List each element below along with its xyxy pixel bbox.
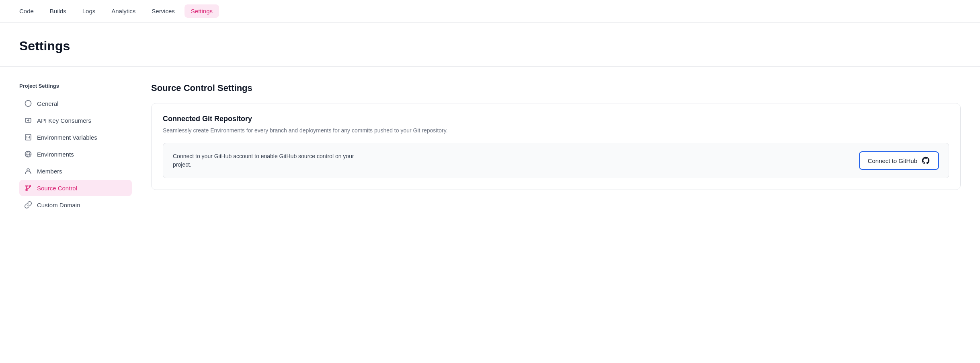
page-header: Settings (0, 23, 980, 67)
sidebar-item-label: Custom Domain (37, 202, 80, 208)
svg-point-13 (29, 185, 31, 187)
nav-item-code[interactable]: Code (13, 4, 40, 18)
sidebar-item-label: Source Control (37, 185, 77, 192)
svg-point-11 (27, 169, 29, 171)
nav-item-services[interactable]: Services (145, 4, 181, 18)
sidebar-item-api-key-consumers[interactable]: API Key Consumers (19, 112, 132, 128)
svg-point-12 (26, 185, 27, 187)
sidebar: Project Settings General API Key Consume… (19, 83, 132, 214)
sidebar-item-custom-domain[interactable]: Custom Domain (19, 197, 132, 213)
link-icon (24, 201, 32, 209)
top-nav: Code Builds Logs Analytics Services Sett… (0, 0, 980, 23)
connect-text: Connect to your GitHub account to enable… (173, 152, 366, 169)
key-icon (24, 116, 32, 124)
section-title: Source Control Settings (151, 83, 961, 93)
git-repository-card: Connected Git Repository Seamlessly crea… (151, 103, 961, 190)
connect-to-github-button[interactable]: Connect to GitHub (859, 151, 939, 170)
person-icon (24, 167, 32, 175)
circle-icon (24, 99, 32, 107)
sidebar-item-label: API Key Consumers (37, 117, 91, 124)
nav-item-logs[interactable]: Logs (76, 4, 102, 18)
globe-icon (24, 150, 32, 158)
sidebar-item-label: General (37, 100, 58, 107)
card-description: Seamlessly create Environments for every… (163, 126, 949, 135)
nav-item-settings[interactable]: Settings (185, 4, 219, 18)
content-area: Project Settings General API Key Consume… (0, 67, 980, 230)
connect-row: Connect to your GitHub account to enable… (163, 143, 949, 178)
github-icon (921, 156, 930, 165)
branch-icon (24, 184, 32, 192)
sidebar-item-label: Environment Variables (37, 134, 97, 141)
connect-button-label: Connect to GitHub (868, 157, 917, 164)
sidebar-item-label: Members (37, 168, 62, 175)
page-title: Settings (19, 39, 961, 54)
brackets-icon (24, 133, 32, 141)
sidebar-item-environment-variables[interactable]: Environment Variables (19, 129, 132, 145)
sidebar-item-members[interactable]: Members (19, 163, 132, 179)
nav-item-builds[interactable]: Builds (43, 4, 73, 18)
svg-point-0 (25, 101, 31, 107)
nav-item-analytics[interactable]: Analytics (105, 4, 142, 18)
sidebar-item-label: Environments (37, 151, 74, 158)
sidebar-section-title: Project Settings (19, 83, 132, 89)
card-title: Connected Git Repository (163, 115, 949, 123)
sidebar-item-general[interactable]: General (19, 95, 132, 111)
main-content: Source Control Settings Connected Git Re… (151, 83, 961, 214)
sidebar-item-source-control[interactable]: Source Control (19, 180, 132, 196)
sidebar-item-environments[interactable]: Environments (19, 146, 132, 162)
